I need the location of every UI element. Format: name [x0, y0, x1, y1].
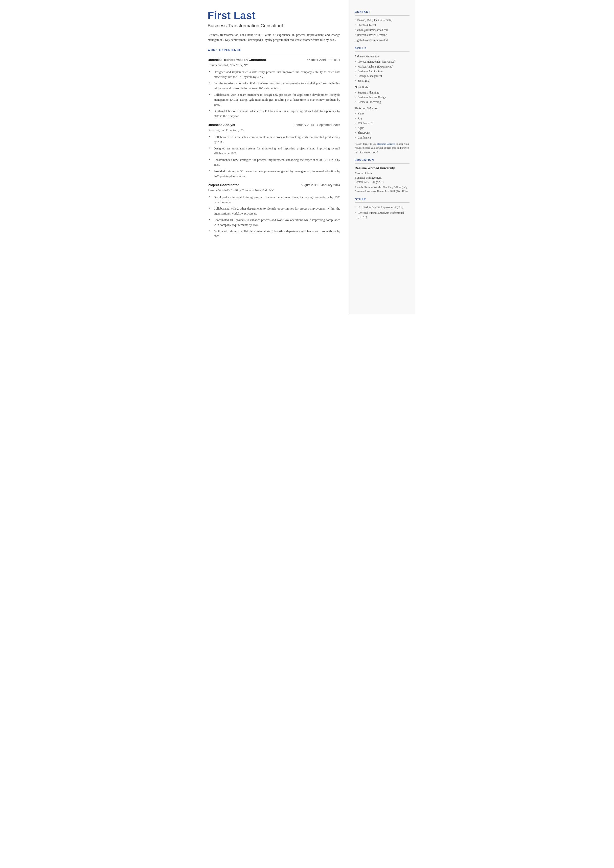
job-header-2: Business Analyst February 2014 – Septemb…: [208, 123, 340, 127]
skills-category-3: Tools and Software:: [355, 106, 409, 110]
edu-field: Business Management: [355, 175, 409, 180]
skill-visio: Visio: [355, 112, 409, 116]
skills-note: • Don't forget to use Resume Worded to s…: [355, 142, 409, 154]
contact-github: github.com/resumeworded: [355, 38, 409, 42]
skill-bpd: Business Process Design: [355, 95, 409, 99]
resume-page: First Last Business Transformation Consu…: [196, 0, 419, 314]
job-header-1: Business Transformation Consultant Octob…: [208, 57, 340, 62]
skill-market: Market Analysis (Experienced): [355, 65, 409, 69]
other-cpi: Certified in Process Improvement (CPI): [355, 205, 409, 209]
job-title-3: Project Coordinator: [208, 183, 239, 188]
skill-bp: Business Processing: [355, 100, 409, 104]
bullet-2-3: Recommended new strategies for process i…: [209, 157, 340, 167]
skill-change: Change Management: [355, 74, 409, 78]
bullet-3-4: Facilitated training for 20+ departmenta…: [209, 229, 340, 239]
edu-date: Boston, MA — July 2011: [355, 180, 409, 184]
skills-list-tools: Visio Jira MS Power BI Agile SharePoint …: [355, 112, 409, 140]
summary-text: Business transformation consultant with …: [208, 33, 340, 43]
contact-email: email@resumeworded.com: [355, 28, 409, 32]
bullet-3-1: Developed an internal training program f…: [209, 195, 340, 205]
job-bullets-1: Designed and implemented a data entry pr…: [208, 70, 340, 118]
bullet-1-2: Led the transformation of a $1M+ busines…: [209, 81, 340, 91]
bullet-2-1: Collaborated with the sales team to crea…: [209, 135, 340, 144]
contact-location: Boston, MA (Open to Remote): [355, 18, 409, 22]
resume-worded-link[interactable]: Resume Worded: [377, 142, 395, 145]
skills-list-hard: Strategic Planning Business Process Desi…: [355, 90, 409, 104]
job-company-1: Resume Worded, New York, NY: [208, 63, 340, 68]
skills-category-2: Hard Skills:: [355, 85, 409, 90]
job-title-1: Business Transformation Consultant: [208, 57, 266, 62]
job-header-3: Project Coordinator August 2011 – Januar…: [208, 183, 340, 188]
education-heading: EDUCATION: [355, 158, 409, 162]
bullet-3-2: Collaborated with 2 other departments to…: [209, 206, 340, 216]
skills-list-industry: Project Management (Advanced) Market Ana…: [355, 60, 409, 83]
job-dates-1: October 2016 – Present: [307, 57, 340, 62]
skill-biz-arch: Business Architecture: [355, 69, 409, 73]
bullet-1-4: Digitized laborious manual tasks across …: [209, 109, 340, 118]
contact-list: Boston, MA (Open to Remote) +1-234-456-7…: [355, 18, 409, 42]
bullet-3-3: Coordinated 10+ projects to enhance proc…: [209, 217, 340, 227]
other-heading: OTHER: [355, 197, 409, 202]
job-company-3: Resume Worded's Exciting Company, New Yo…: [208, 188, 340, 193]
skill-six-sigma: Six Sigma: [355, 79, 409, 83]
skill-confluence: Confluence: [355, 136, 409, 140]
job-bullets-2: Collaborated with the sales team to crea…: [208, 135, 340, 179]
left-column: First Last Business Transformation Consu…: [196, 0, 349, 314]
job-bullets-3: Developed an internal training program f…: [208, 195, 340, 239]
bullet-1-1: Designed and implemented a data entry pr…: [209, 70, 340, 79]
skill-strategic: Strategic Planning: [355, 90, 409, 95]
bullet-2-2: Designed an automated system for monitor…: [209, 146, 340, 156]
job-title-2: Business Analyst: [208, 123, 236, 127]
other-divider: [355, 202, 409, 203]
work-experience-heading: WORK EXPERIENCE: [208, 48, 340, 52]
skills-heading: SKILLS: [355, 46, 409, 50]
edu-school: Resume Worded University: [355, 166, 409, 171]
other-cbap: Certified Business Analysis Professional…: [355, 211, 409, 219]
contact-phone: +1-234-456-789: [355, 23, 409, 27]
skills-category-1: Industry Knowledge:: [355, 54, 409, 59]
edu-awards: Awards: Resume Worded Teaching Fellow (o…: [355, 185, 409, 193]
work-experience-divider: [208, 54, 340, 54]
skills-divider: [355, 51, 409, 52]
skill-agile: Agile: [355, 126, 409, 130]
full-name: First Last: [208, 10, 340, 21]
skill-pm: Project Management (Advanced): [355, 60, 409, 64]
job-dates-2: February 2014 – September 2016: [294, 123, 340, 127]
job-dates-3: August 2011 – January 2014: [301, 183, 340, 188]
contact-linkedin: linkedin.com/in/username: [355, 33, 409, 37]
bullet-2-4: Provided training to 30+ users on new pr…: [209, 169, 340, 179]
other-list: Certified in Process Improvement (CPI) C…: [355, 205, 409, 219]
skill-sharepoint: SharePoint: [355, 130, 409, 135]
contact-heading: CONTACT: [355, 10, 409, 14]
job-company-2: Growthsi, San Francisco, CA: [208, 128, 340, 133]
edu-degree: Master of Arts: [355, 171, 409, 175]
skill-jira: Jira: [355, 116, 409, 121]
skill-powerbi: MS Power BI: [355, 121, 409, 126]
right-column: CONTACT Boston, MA (Open to Remote) +1-2…: [349, 0, 416, 314]
bullet-1-3: Collaborated with 3 team members to desi…: [209, 92, 340, 107]
job-title: Business Transformation Consultant: [208, 22, 340, 30]
